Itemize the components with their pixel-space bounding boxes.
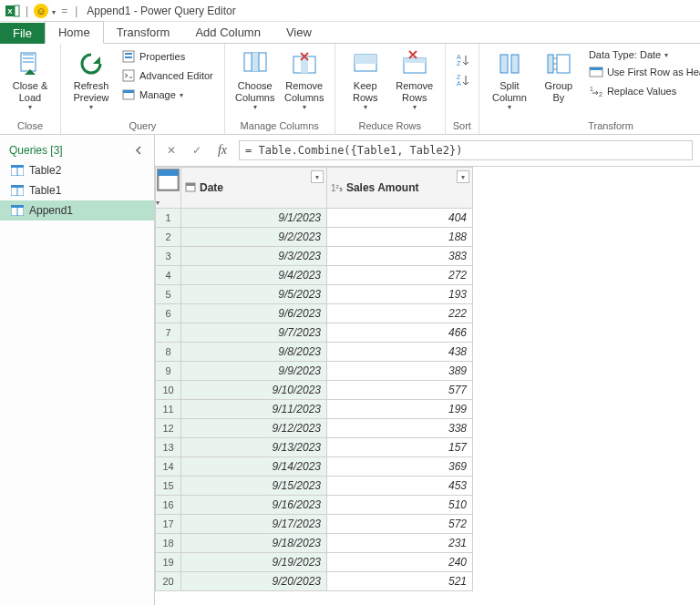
row-number[interactable]: 9 [156,362,181,381]
cell-amount[interactable]: 577 [327,381,473,400]
table-row[interactable]: 129/12/2023338 [156,419,473,438]
cell-date[interactable]: 9/15/2023 [181,477,327,496]
cell-date[interactable]: 9/9/2023 [181,362,327,381]
group-by-button[interactable]: GroupBy [536,47,582,105]
cell-amount[interactable]: 453 [327,477,473,496]
data-grid-wrap[interactable]: ▾ Date ▾ 1²₃ Sales Amoun [155,167,700,605]
cell-date[interactable]: 9/8/2023 [181,343,327,362]
row-number[interactable]: 7 [156,323,181,343]
cell-amount[interactable]: 338 [327,419,473,438]
cell-date[interactable]: 9/4/2023 [181,266,327,285]
row-number[interactable]: 13 [156,438,181,457]
cell-amount[interactable]: 222 [327,304,473,323]
manage-button[interactable]: Manage [118,86,217,104]
cell-date[interactable]: 9/14/2023 [181,457,327,477]
tab-transform[interactable]: Transform [104,22,183,44]
table-row[interactable]: 189/18/2023231 [156,534,473,553]
row-number[interactable]: 4 [156,266,181,285]
table-row[interactable]: 69/6/2023222 [156,304,473,323]
advanced-editor-button[interactable]: Advanced Editor [118,67,217,85]
table-row[interactable]: 29/2/2023188 [156,228,473,247]
cell-date[interactable]: 9/5/2023 [181,285,327,304]
split-column-button[interactable]: SplitColumn [487,47,532,113]
row-number[interactable]: 5 [156,285,181,304]
table-row[interactable]: 179/17/2023572 [156,515,473,534]
tab-file[interactable]: File [0,23,45,44]
row-number[interactable]: 18 [156,534,181,553]
table-row[interactable]: 39/3/2023383 [156,247,473,266]
cell-amount[interactable]: 231 [327,534,473,553]
cell-amount[interactable]: 572 [327,515,473,534]
column-header-date[interactable]: Date ▾ [181,168,327,209]
cell-amount[interactable]: 272 [327,266,473,285]
cell-date[interactable]: 9/1/2023 [181,209,327,228]
row-number[interactable]: 3 [156,247,181,266]
formula-commit-icon[interactable]: ✓ [188,141,206,159]
cell-date[interactable]: 9/3/2023 [181,247,327,266]
sort-desc-button[interactable]: ZA [455,73,469,87]
row-number[interactable]: 11 [156,400,181,419]
formula-cancel-icon[interactable]: ✕ [162,141,180,159]
cell-amount[interactable]: 466 [327,323,473,343]
column-filter-amount[interactable]: ▾ [457,170,469,183]
cell-date[interactable]: 9/20/2023 [181,572,327,591]
keep-rows-button[interactable]: KeepRows [343,47,388,113]
row-number[interactable]: 17 [156,515,181,534]
cell-date[interactable]: 9/18/2023 [181,534,327,553]
cell-date[interactable]: 9/2/2023 [181,228,327,247]
tab-view[interactable]: View [273,22,324,44]
remove-columns-button[interactable]: RemoveColumns [282,47,327,113]
table-row[interactable]: 159/15/2023453 [156,477,473,496]
row-number[interactable]: 15 [156,477,181,496]
table-row[interactable]: 149/14/2023369 [156,457,473,477]
row-number[interactable]: 19 [156,553,181,572]
cell-amount[interactable]: 199 [327,400,473,419]
cell-date[interactable]: 9/16/2023 [181,496,327,515]
tab-add-column[interactable]: Add Column [182,22,273,44]
choose-columns-button[interactable]: ChooseColumns [232,47,278,113]
refresh-preview-button[interactable]: RefreshPreview [68,47,114,113]
row-number[interactable]: 16 [156,496,181,515]
table-row[interactable]: 109/10/2023577 [156,381,473,400]
table-row[interactable]: 19/1/2023404 [156,209,473,228]
cell-amount[interactable]: 193 [327,285,473,304]
row-number[interactable]: 6 [156,304,181,323]
table-row[interactable]: 99/9/2023389 [156,362,473,381]
row-number[interactable]: 1 [156,209,181,228]
sort-asc-button[interactable]: AZ [455,53,469,67]
query-item-append1[interactable]: Append1 [0,200,154,220]
cell-amount[interactable]: 521 [327,572,473,591]
close-load-button[interactable]: Close &Load [7,47,53,113]
cell-amount[interactable]: 240 [327,553,473,572]
table-row[interactable]: 119/11/2023199 [156,400,473,419]
smiley-icon[interactable]: ☺ [34,4,48,18]
table-row[interactable]: 169/16/2023510 [156,496,473,515]
qat-dropdown[interactable] [52,5,56,17]
collapse-queries-icon[interactable] [132,144,145,157]
row-number[interactable]: 20 [156,572,181,591]
cell-date[interactable]: 9/10/2023 [181,381,327,400]
formula-input[interactable] [239,140,693,160]
cell-date[interactable]: 9/19/2023 [181,553,327,572]
table-row[interactable]: 89/8/2023438 [156,343,473,362]
tab-home[interactable]: Home [45,21,104,44]
row-number[interactable]: 12 [156,419,181,438]
cell-amount[interactable]: 510 [327,496,473,515]
column-filter-date[interactable]: ▾ [311,170,324,183]
row-number[interactable]: 8 [156,343,181,362]
table-row[interactable]: 49/4/2023272 [156,266,473,285]
table-row[interactable]: 79/7/2023466 [156,323,473,343]
query-item-table1[interactable]: Table1 [0,180,154,200]
table-row[interactable]: 139/13/2023157 [156,438,473,457]
cell-amount[interactable]: 389 [327,362,473,381]
cell-date[interactable]: 9/13/2023 [181,438,327,457]
row-number[interactable]: 10 [156,381,181,400]
cell-amount[interactable]: 438 [327,343,473,362]
row-number[interactable]: 2 [156,228,181,247]
properties-button[interactable]: Properties [118,47,217,66]
query-item-table2[interactable]: Table2 [0,160,154,180]
table-row[interactable]: 59/5/2023193 [156,285,473,304]
cell-date[interactable]: 9/11/2023 [181,400,327,419]
table-row[interactable]: 209/20/2023521 [156,572,473,591]
cell-amount[interactable]: 157 [327,438,473,457]
